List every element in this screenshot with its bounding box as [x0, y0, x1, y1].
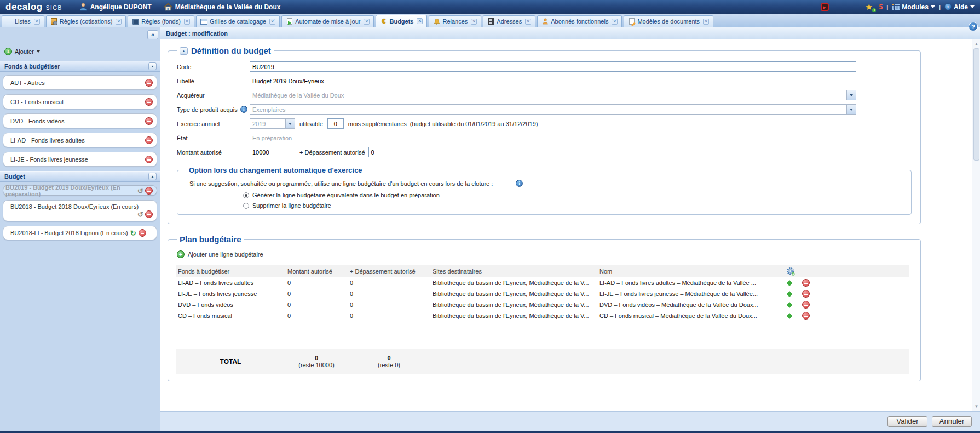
tab-regles-fonds[interactable]: Règles (fonds) ×	[128, 15, 194, 27]
undo-icon[interactable]: ↺	[137, 211, 143, 218]
remove-icon[interactable]	[145, 79, 153, 87]
cancel-button[interactable]: Annuler	[932, 416, 972, 427]
undo-icon[interactable]: ↺	[137, 187, 143, 195]
remove-icon[interactable]	[145, 98, 153, 106]
favorites-star-icon[interactable]: ★ +	[865, 3, 875, 12]
page-title: Budget : modification	[160, 27, 980, 39]
scroll-up-icon[interactable]: ▲	[973, 41, 979, 47]
close-icon[interactable]: ×	[184, 19, 190, 25]
remove-icon[interactable]	[802, 279, 810, 287]
collapse-fieldset-icon[interactable]: ▲	[180, 47, 188, 55]
sidebar-collapse-button[interactable]: «	[147, 30, 158, 39]
plan-fieldset: Plan budgétaire + Ajouter une ligne budg…	[168, 235, 921, 381]
rules-icon	[51, 18, 57, 25]
bottom-border	[0, 431, 980, 433]
radio-generer[interactable]: Générer la ligne budgétaire équivalente …	[243, 192, 903, 198]
action-bar: Valider Annuler	[160, 411, 980, 431]
close-icon[interactable]: ×	[116, 19, 122, 25]
montant-label: Montant autorisé	[177, 149, 250, 156]
tab-grilles-catalogage[interactable]: Grilles de catalogage ×	[196, 15, 280, 27]
remove-icon[interactable]	[802, 290, 810, 298]
code-input[interactable]	[250, 61, 856, 72]
table-row[interactable]: CD – Fonds musical 0 0 Bibliothèque du b…	[176, 310, 909, 321]
list-item[interactable]: DVD - Fonds vidéos	[3, 113, 157, 128]
collapse-section-icon[interactable]: ▲	[148, 173, 157, 180]
collapse-section-icon[interactable]: ▲	[148, 62, 157, 70]
tab-relances[interactable]: Relances ×	[429, 15, 481, 27]
list-item[interactable]: LI-JE - Fonds livres jeunesse	[3, 152, 157, 167]
table-row[interactable]: LI-JE – Fonds livres jeunesse 0 0 Biblio…	[176, 288, 909, 299]
remove-icon[interactable]	[802, 301, 810, 309]
depassement-autorise-input[interactable]	[368, 147, 416, 157]
remove-icon[interactable]	[145, 156, 153, 163]
type-produit-select: Exemplaires	[250, 104, 856, 115]
radio-icon[interactable]	[243, 192, 249, 198]
move-updown-icon[interactable]	[787, 280, 792, 286]
move-updown-icon[interactable]	[787, 302, 792, 308]
montant-autorise-input[interactable]	[250, 147, 295, 157]
scroll-down-icon[interactable]: ▼	[973, 403, 979, 409]
exit-icon[interactable]	[821, 3, 829, 11]
mois-supplementaires-input[interactable]	[327, 118, 344, 129]
remove-icon[interactable]	[145, 117, 153, 125]
list-item-budget[interactable]: BU2018 - Budget 2018 Doux/Eyrieux (En co…	[3, 200, 157, 221]
section-header-budget[interactable]: Budget ▲	[0, 171, 160, 182]
help-bubble-icon[interactable]: ?	[969, 22, 978, 31]
tab-regles-cotisations[interactable]: Règles (cotisations) ×	[46, 15, 126, 27]
modules-grid-icon	[892, 4, 900, 10]
activate-icon[interactable]: ↻	[130, 230, 136, 237]
home-icon	[164, 3, 172, 11]
gear-plus-icon[interactable]	[787, 267, 795, 276]
vertical-scrollbar[interactable]: ▲ ▼	[972, 39, 980, 411]
move-updown-icon[interactable]	[787, 291, 792, 297]
remove-icon[interactable]	[145, 210, 153, 218]
tab-automate[interactable]: Automate de mise à jour ×	[281, 15, 374, 27]
add-budget-line-button[interactable]: + Ajouter une ligne budgétaire	[177, 250, 913, 258]
radio-supprimer[interactable]: Supprimer la ligne budgétaire	[243, 202, 903, 209]
info-icon[interactable]: i	[516, 180, 523, 187]
help-label: Aide	[954, 3, 968, 11]
table-row[interactable]: DVD – Fonds vidéos 0 0 Bibliothèque du b…	[176, 299, 909, 310]
close-icon[interactable]: ×	[703, 19, 709, 25]
list-item[interactable]: CD - Fonds musical	[3, 94, 157, 109]
close-icon[interactable]: ×	[612, 19, 618, 25]
application-window: decalog SIGB Angélique DUPONT Médiathèqu…	[0, 0, 980, 433]
remove-icon[interactable]	[139, 229, 146, 237]
tab-budgets[interactable]: € Budgets ×	[376, 15, 427, 27]
list-item[interactable]: LI-AD - Fonds livres adultes	[3, 133, 157, 147]
catalog-grid-icon	[200, 19, 207, 25]
tab-abonnes-fonctionnels[interactable]: Abonnés fonctionnels ×	[537, 15, 622, 27]
close-icon[interactable]: ×	[269, 19, 275, 25]
remove-icon[interactable]	[802, 312, 810, 320]
close-icon[interactable]: ×	[417, 18, 423, 24]
scrollbar-thumb[interactable]	[973, 48, 979, 161]
close-icon[interactable]: ×	[525, 19, 531, 25]
acquereur-select: Médiathèque de la Vallée du Doux	[250, 90, 856, 100]
bell-icon	[433, 18, 440, 25]
app-logo: decalog	[5, 2, 43, 13]
tab-adresses[interactable]: Adresses ×	[483, 15, 535, 27]
remove-icon[interactable]	[145, 136, 153, 144]
topbar-actions: ★ + 5 | Modules | i Aide	[821, 3, 975, 12]
close-icon[interactable]: ×	[364, 19, 370, 25]
modules-menu[interactable]: Modules	[892, 3, 935, 11]
help-menu[interactable]: i Aide	[944, 3, 975, 11]
close-icon[interactable]: ×	[34, 19, 40, 25]
move-updown-icon[interactable]	[787, 313, 792, 319]
tab-modeles-documents[interactable]: Modèles de documents ×	[624, 15, 713, 27]
list-item-budget[interactable]: BU2018-LI - Budget 2018 Lignon (En cours…	[3, 226, 157, 240]
validate-button[interactable]: Valider	[887, 416, 927, 427]
tab-listes[interactable]: Listes ×	[2, 15, 44, 27]
remove-icon[interactable]	[145, 187, 153, 195]
etat-input	[250, 133, 295, 143]
add-button[interactable]: + Ajouter	[0, 45, 160, 58]
libelle-input[interactable]	[250, 76, 856, 86]
list-item-budget-selected[interactable]: BU2019 - Budget 2019 Doux/Eyrieux (En pr…	[3, 185, 157, 196]
option-fieldset: Option lors du changement automatique d'…	[177, 166, 912, 215]
list-item[interactable]: AUT - Autres	[3, 75, 157, 90]
section-header-fonds[interactable]: Fonds à budgétiser ▲	[0, 61, 160, 72]
radio-icon[interactable]	[243, 203, 249, 209]
info-icon[interactable]: i	[240, 106, 247, 113]
close-icon[interactable]: ×	[471, 19, 477, 25]
table-row[interactable]: LI-AD – Fonds livres adultes 0 0 Bibliot…	[176, 277, 909, 288]
